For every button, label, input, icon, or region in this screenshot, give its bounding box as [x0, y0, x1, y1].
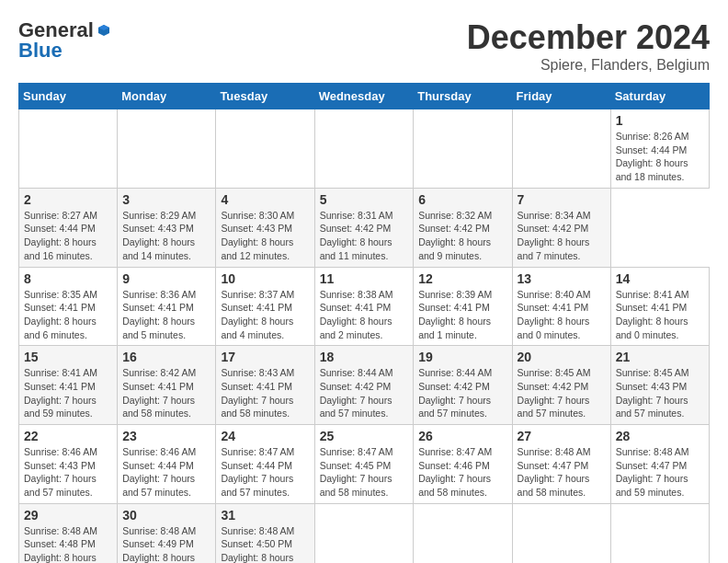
- day-info: Sunrise: 8:36 AM Sunset: 4:41 PM Dayligh…: [122, 288, 210, 342]
- calendar-cell: [216, 109, 314, 189]
- sunrise-text: Sunrise: 8:41 AM: [616, 289, 689, 300]
- sunset-text: Sunset: 4:42 PM: [518, 381, 589, 392]
- day-info: Sunrise: 8:40 AM Sunset: 4:41 PM Dayligh…: [518, 288, 606, 342]
- sunset-text: Sunset: 4:44 PM: [221, 460, 292, 471]
- day-info: Sunrise: 8:42 AM Sunset: 4:41 PM Dayligh…: [122, 366, 210, 420]
- day-info: Sunrise: 8:44 AM Sunset: 4:42 PM Dayligh…: [320, 366, 409, 420]
- day-info: Sunrise: 8:45 AM Sunset: 4:43 PM Dayligh…: [616, 366, 704, 420]
- day-number: 25: [320, 429, 409, 443]
- calendar-cell: [314, 109, 414, 189]
- sunrise-text: Sunrise: 8:47 AM: [320, 446, 393, 457]
- sunset-text: Sunset: 4:45 PM: [320, 460, 392, 471]
- calendar-cell: 23 Sunrise: 8:46 AM Sunset: 4:44 PM Dayl…: [118, 425, 216, 504]
- calendar-cell: 26 Sunrise: 8:47 AM Sunset: 4:46 PM Dayl…: [414, 425, 512, 504]
- sunset-text: Sunset: 4:47 PM: [616, 460, 688, 471]
- day-info: Sunrise: 8:48 AM Sunset: 4:48 PM Dayligh…: [24, 524, 112, 563]
- day-info: Sunrise: 8:47 AM Sunset: 4:46 PM Dayligh…: [418, 445, 506, 500]
- calendar-cell: 31 Sunrise: 8:48 AM Sunset: 4:50 PM Dayl…: [216, 503, 314, 563]
- sunset-text: Sunset: 4:47 PM: [518, 460, 589, 471]
- calendar-cell: 2 Sunrise: 8:27 AM Sunset: 4:44 PM Dayli…: [19, 188, 118, 267]
- sunrise-text: Sunrise: 8:26 AM: [616, 131, 689, 142]
- day-info: Sunrise: 8:48 AM Sunset: 4:50 PM Dayligh…: [221, 524, 309, 563]
- sunset-text: Sunset: 4:43 PM: [24, 460, 96, 471]
- day-number: 7: [518, 192, 606, 207]
- calendar-cell: 13 Sunrise: 8:40 AM Sunset: 4:41 PM Dayl…: [512, 267, 610, 346]
- calendar-cell: 25 Sunrise: 8:47 AM Sunset: 4:45 PM Dayl…: [314, 425, 414, 504]
- sunrise-text: Sunrise: 8:48 AM: [122, 525, 196, 536]
- day-number: 8: [24, 271, 112, 286]
- calendar-week-row: 15 Sunrise: 8:41 AM Sunset: 4:41 PM Dayl…: [19, 346, 710, 425]
- sunset-text: Sunset: 4:41 PM: [221, 381, 292, 392]
- sunrise-text: Sunrise: 8:44 AM: [320, 367, 393, 378]
- calendar-week-row: 2 Sunrise: 8:27 AM Sunset: 4:44 PM Dayli…: [19, 188, 710, 267]
- sunset-text: Sunset: 4:41 PM: [24, 381, 96, 392]
- day-number: 27: [518, 429, 606, 443]
- sunset-text: Sunset: 4:43 PM: [122, 223, 194, 234]
- daylight-text: Daylight: 7 hours and 58 minutes.: [518, 473, 590, 498]
- calendar-cell: 5 Sunrise: 8:31 AM Sunset: 4:42 PM Dayli…: [314, 188, 414, 267]
- sunset-text: Sunset: 4:41 PM: [221, 302, 292, 313]
- day-of-week-header: Saturday: [610, 84, 709, 109]
- day-number: 30: [122, 508, 210, 523]
- day-info: Sunrise: 8:46 AM Sunset: 4:44 PM Dayligh…: [122, 445, 210, 500]
- day-of-week-header: Monday: [118, 84, 216, 109]
- day-info: Sunrise: 8:26 AM Sunset: 4:44 PM Dayligh…: [616, 130, 704, 184]
- day-number: 6: [418, 192, 506, 207]
- day-number: 23: [122, 429, 210, 443]
- calendar-cell: 6 Sunrise: 8:32 AM Sunset: 4:42 PM Dayli…: [414, 188, 512, 267]
- daylight-text: Daylight: 8 hours and 5 minutes.: [122, 316, 195, 340]
- day-info: Sunrise: 8:31 AM Sunset: 4:42 PM Dayligh…: [320, 209, 409, 263]
- day-info: Sunrise: 8:32 AM Sunset: 4:42 PM Dayligh…: [418, 209, 506, 263]
- day-info: Sunrise: 8:38 AM Sunset: 4:41 PM Dayligh…: [320, 288, 409, 342]
- sunrise-text: Sunrise: 8:48 AM: [221, 525, 294, 536]
- day-info: Sunrise: 8:41 AM Sunset: 4:41 PM Dayligh…: [616, 288, 704, 342]
- sunset-text: Sunset: 4:43 PM: [221, 223, 292, 234]
- day-info: Sunrise: 8:45 AM Sunset: 4:42 PM Dayligh…: [518, 366, 606, 420]
- daylight-text: Daylight: 8 hours and 0 minutes.: [24, 552, 97, 563]
- sunset-text: Sunset: 4:41 PM: [24, 302, 96, 313]
- sunset-text: Sunset: 4:42 PM: [320, 223, 392, 234]
- day-info: Sunrise: 8:48 AM Sunset: 4:47 PM Dayligh…: [518, 445, 606, 500]
- daylight-text: Daylight: 8 hours and 11 minutes.: [320, 236, 392, 261]
- sunrise-text: Sunrise: 8:38 AM: [320, 289, 393, 300]
- day-info: Sunrise: 8:46 AM Sunset: 4:43 PM Dayligh…: [24, 445, 112, 500]
- sunrise-text: Sunrise: 8:44 AM: [418, 367, 492, 378]
- logo: General Blue: [18, 18, 112, 63]
- sunset-text: Sunset: 4:42 PM: [418, 381, 490, 392]
- sunrise-text: Sunrise: 8:46 AM: [24, 446, 97, 457]
- day-number: 12: [418, 271, 506, 286]
- daylight-text: Daylight: 8 hours and 9 minutes.: [418, 236, 491, 261]
- calendar-body: 1 Sunrise: 8:26 AM Sunset: 4:44 PM Dayli…: [19, 109, 710, 564]
- day-number: 20: [518, 350, 606, 364]
- calendar-cell: [314, 503, 414, 563]
- sunrise-text: Sunrise: 8:31 AM: [320, 210, 393, 221]
- sunrise-text: Sunrise: 8:35 AM: [24, 289, 97, 300]
- day-number: 15: [24, 350, 112, 364]
- calendar-cell: 11 Sunrise: 8:38 AM Sunset: 4:41 PM Dayl…: [314, 267, 414, 346]
- daylight-text: Daylight: 7 hours and 57 minutes.: [418, 395, 491, 419]
- calendar-cell: 28 Sunrise: 8:48 AM Sunset: 4:47 PM Dayl…: [610, 425, 709, 504]
- calendar-cell: 7 Sunrise: 8:34 AM Sunset: 4:42 PM Dayli…: [512, 188, 610, 267]
- daylight-text: Daylight: 7 hours and 59 minutes.: [616, 473, 688, 498]
- day-info: Sunrise: 8:39 AM Sunset: 4:41 PM Dayligh…: [418, 288, 506, 342]
- title-section: December 2024 Spiere, Flanders, Belgium: [467, 18, 710, 74]
- daylight-text: Daylight: 7 hours and 58 minutes.: [122, 395, 195, 419]
- daylight-text: Daylight: 8 hours and 4 minutes.: [221, 316, 293, 340]
- calendar-cell: 15 Sunrise: 8:41 AM Sunset: 4:41 PM Dayl…: [19, 346, 118, 425]
- day-number: 16: [122, 350, 210, 364]
- daylight-text: Daylight: 8 hours and 16 minutes.: [24, 236, 97, 261]
- page-header: General Blue December 2024 Spiere, Fland…: [18, 18, 710, 74]
- day-number: 11: [320, 271, 409, 286]
- calendar-cell: 20 Sunrise: 8:45 AM Sunset: 4:42 PM Dayl…: [512, 346, 610, 425]
- sunset-text: Sunset: 4:42 PM: [418, 223, 490, 234]
- day-of-week-header: Wednesday: [314, 84, 414, 109]
- sunrise-text: Sunrise: 8:40 AM: [518, 289, 591, 300]
- daylight-text: Daylight: 8 hours and 6 minutes.: [24, 316, 97, 340]
- sunrise-text: Sunrise: 8:46 AM: [122, 446, 196, 457]
- sunset-text: Sunset: 4:44 PM: [24, 223, 96, 234]
- sunset-text: Sunset: 4:42 PM: [320, 381, 392, 392]
- sunrise-text: Sunrise: 8:34 AM: [518, 210, 591, 221]
- daylight-text: Daylight: 7 hours and 57 minutes.: [320, 395, 392, 419]
- daylight-text: Daylight: 7 hours and 57 minutes.: [122, 473, 195, 498]
- sunset-text: Sunset: 4:41 PM: [320, 302, 392, 313]
